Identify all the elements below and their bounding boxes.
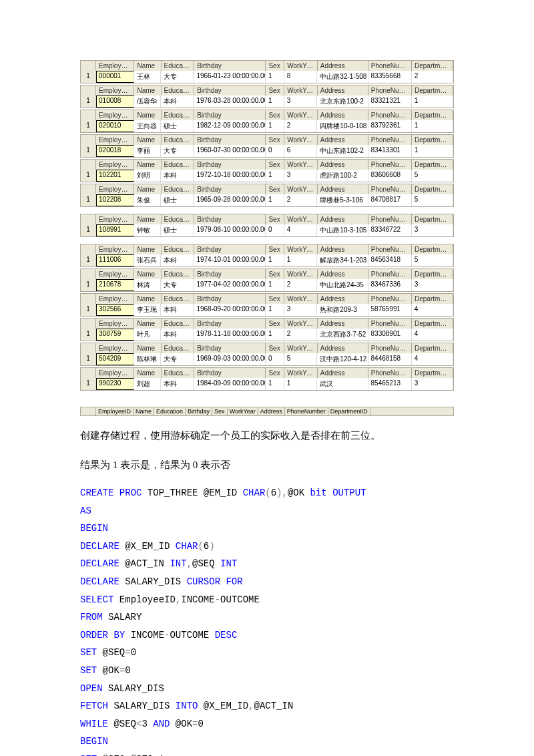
cell-edu[interactable]: 本科	[161, 304, 194, 316]
hdr-emp[interactable]: EmployeeID	[96, 214, 134, 224]
hdr-addr[interactable]: Address	[318, 269, 368, 279]
cell-sex[interactable]: 1	[266, 254, 284, 266]
cell-edu[interactable]: 硕士	[161, 194, 194, 206]
hdr-addr[interactable]: Address	[318, 294, 368, 304]
hdr-dept[interactable]: DepartmentID	[412, 135, 453, 145]
cell-wy[interactable]: 4	[284, 224, 318, 236]
hdr-edu[interactable]: Education	[162, 135, 195, 145]
cell-dept[interactable]: 3	[412, 378, 453, 390]
cell-bday[interactable]: 1978-11-18 00:00:00.000	[194, 329, 265, 341]
hdr-sex[interactable]: Sex	[266, 214, 284, 224]
cell-bday[interactable]: 1972-10-18 00:00:00.000	[194, 170, 265, 182]
hdr-bday[interactable]: Birthday	[194, 214, 266, 224]
hdr-sex[interactable]: Sex	[266, 110, 284, 120]
cell-addr[interactable]: 北京东路100-2	[317, 96, 368, 108]
hdr-addr[interactable]: Address	[318, 160, 368, 170]
cell-emp[interactable]: 000001	[96, 71, 134, 83]
table-row[interactable]: 1102208朱俊硕士1965-09-28 00:00:00.00012牌楼巷5…	[81, 194, 453, 206]
cell-dept[interactable]: 3	[412, 279, 453, 291]
cell-phone[interactable]: 58765991	[368, 304, 412, 316]
hdr-wy[interactable]: WorkYear	[284, 61, 318, 71]
hdr-name[interactable]: Name	[134, 214, 161, 224]
hdr-phone[interactable]: PhoneNumber	[368, 244, 412, 254]
cell-dept[interactable]: 5	[412, 194, 453, 206]
table-row[interactable]: 1010008伍容华本科1976-03-28 00:00:00.00013北京东…	[81, 96, 453, 108]
cell-bday[interactable]: 1974-10-01 00:00:00.000	[194, 254, 265, 266]
cell-phone[interactable]: 85465213	[368, 378, 412, 390]
hdr-bday[interactable]: Birthday	[194, 368, 266, 378]
hdr-emp[interactable]: EmployeeID	[96, 244, 134, 254]
cell-dept[interactable]: 1	[412, 120, 453, 132]
table-row[interactable]: 1302566李玉珉本科1968-09-20 00:00:00.00013热和路…	[81, 304, 453, 316]
cell-phone[interactable]: 83308901	[368, 329, 412, 341]
hdr-phone[interactable]: PhoneNumber	[368, 160, 412, 170]
hdr-wy[interactable]: WorkYear	[284, 319, 318, 329]
cell-bday[interactable]: 1984-09-09 00:00:00.000	[194, 378, 265, 390]
cell-dept[interactable]: 5	[412, 170, 453, 182]
cell-phone[interactable]: 84563418	[368, 254, 412, 266]
hdr-addr[interactable]: Address	[318, 214, 368, 224]
hdr-dept[interactable]: DepartmentID	[412, 110, 453, 120]
cell-addr[interactable]: 牌楼巷5-3-106	[317, 194, 368, 206]
cell-sex[interactable]: 1	[266, 120, 284, 132]
cell-phone[interactable]: 83413301	[368, 145, 412, 157]
cell-sex[interactable]: 1	[266, 304, 284, 316]
hdr-name[interactable]: Name	[134, 61, 161, 71]
cell-name[interactable]: 林涛	[134, 279, 161, 291]
cell-phone[interactable]: 83346722	[368, 224, 412, 236]
hdr-dept[interactable]: DepartmentID	[412, 269, 453, 279]
cell-phone[interactable]: 83606608	[368, 170, 412, 182]
cell-emp[interactable]: 504209	[96, 353, 134, 365]
hdr-wy[interactable]: WorkYear	[284, 110, 318, 120]
cell-wy[interactable]: 2	[284, 120, 318, 132]
table-row[interactable]: 1111006张石兵本科1974-10-01 00:00:00.00011解放路…	[81, 254, 453, 266]
hdr-phone[interactable]: PhoneNumber	[368, 184, 412, 194]
cell-dept[interactable]: 1	[412, 96, 453, 108]
hdr-wy[interactable]: WorkYear	[284, 269, 318, 279]
hdr-edu[interactable]: Education	[162, 294, 195, 304]
hdr-emp[interactable]: EmployeeID	[96, 319, 134, 329]
cell-name[interactable]: 刘明	[134, 170, 161, 182]
hdr-emp[interactable]: EmployeeID	[96, 294, 134, 304]
cell-edu[interactable]: 大专	[161, 145, 194, 157]
cell-sex[interactable]: 1	[266, 279, 284, 291]
cell-addr[interactable]: 中山路10-3-105	[317, 224, 368, 236]
cell-sex[interactable]: 1	[266, 378, 284, 390]
hdr-emp[interactable]: EmployeeID	[96, 184, 134, 194]
cell-sex[interactable]: 0	[266, 353, 284, 365]
cell-edu[interactable]: 硕士	[161, 224, 194, 236]
hdr-phone[interactable]: PhoneNumber	[368, 61, 412, 71]
hdr-sex[interactable]: Sex	[266, 85, 284, 96]
hdr-dept[interactable]: DepartmentID	[412, 319, 453, 329]
hdr-wy[interactable]: WorkYear	[284, 160, 318, 170]
cell-emp[interactable]: 111006	[96, 254, 134, 266]
hdr-name[interactable]: Name	[134, 319, 161, 329]
cell-dept[interactable]: 3	[412, 224, 453, 236]
cell-name[interactable]: 李丽	[134, 145, 161, 157]
hdr-name[interactable]: Name	[134, 368, 161, 378]
cell-wy[interactable]: 2	[284, 194, 318, 206]
hdr-edu[interactable]: Education	[162, 214, 195, 224]
cell-wy[interactable]: 3	[284, 304, 318, 316]
cell-bday[interactable]: 1966-01-23 00:00:00.000	[194, 71, 265, 83]
hdr-bday[interactable]: Birthday	[194, 135, 266, 145]
cell-sex[interactable]: 1	[266, 194, 284, 206]
cell-addr[interactable]: 热和路209-3	[317, 304, 368, 316]
hdr-bday[interactable]: Birthday	[194, 85, 266, 96]
cell-phone[interactable]: 84708817	[368, 194, 412, 206]
cell-addr[interactable]: 虎距路100-2	[317, 170, 368, 182]
cell-wy[interactable]: 1	[284, 378, 318, 390]
hdr-dept[interactable]: DepartmentID	[412, 85, 453, 96]
table-row[interactable]: 1102201刘明本科1972-10-18 00:00:00.00013虎距路1…	[81, 170, 453, 182]
cell-emp[interactable]: 990230	[96, 378, 134, 390]
cell-wy[interactable]: 1	[284, 254, 318, 266]
cell-sex[interactable]: 0	[266, 145, 284, 157]
cell-phone[interactable]: 84468158	[368, 353, 412, 365]
hdr-sex[interactable]: Sex	[266, 135, 284, 145]
hdr-sex[interactable]: Sex	[266, 269, 284, 279]
hdr-addr[interactable]: Address	[318, 319, 368, 329]
hdr-dept[interactable]: DepartmentID	[412, 214, 453, 224]
cell-dept[interactable]: 1	[412, 145, 453, 157]
cell-name[interactable]: 张石兵	[134, 254, 161, 266]
hdr-sex[interactable]: Sex	[266, 294, 284, 304]
